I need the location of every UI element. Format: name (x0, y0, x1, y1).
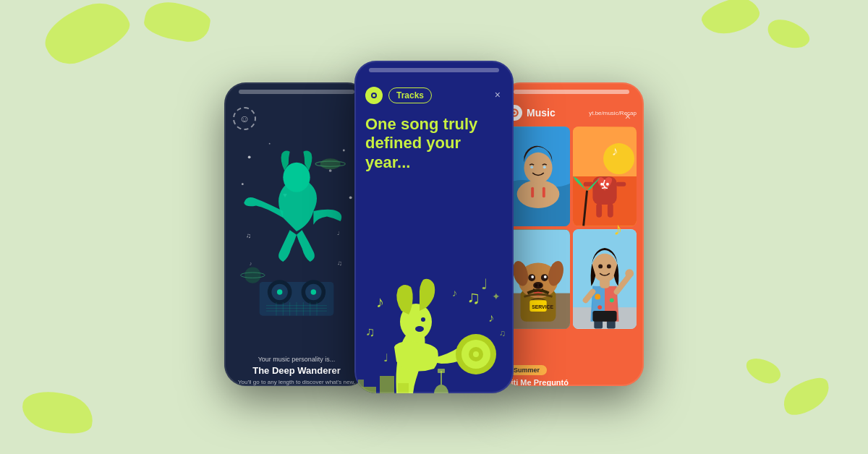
personality-subtitle: Your music personality is... (233, 356, 360, 363)
svg-point-57 (434, 385, 448, 393)
svg-text:♩: ♩ (337, 230, 339, 236)
svg-rect-45 (380, 376, 394, 393)
tracks-illustration: ♪ ♫ ♫ ♪ ♩ ♪ ♩ ♫ ✦ (354, 177, 514, 393)
svg-text:♪: ♪ (452, 287, 457, 299)
phone-left: ☺ ♥ (224, 82, 369, 386)
svg-point-95 (539, 284, 542, 287)
bg-splat-2 (142, 0, 212, 45)
svg-rect-75 (596, 203, 602, 218)
photo-cell-3: SERVICE (506, 229, 570, 329)
phone-left-content: ☺ ♥ (224, 98, 369, 386)
svg-point-66 (524, 153, 552, 184)
svg-point-68 (543, 166, 546, 168)
svg-text:♩: ♩ (383, 351, 388, 364)
personality-text: Your music personality is... The Deep Wa… (233, 356, 360, 386)
svg-point-4 (349, 196, 352, 199)
status-bar-center (369, 68, 499, 72)
svg-rect-70 (542, 187, 545, 198)
svg-point-102 (595, 294, 600, 300)
svg-text:♫: ♫ (467, 287, 480, 307)
photo-3-illustration: SERVICE (506, 229, 570, 329)
svg-point-31 (244, 267, 260, 283)
music-label: Music (527, 107, 556, 119)
svg-point-16 (311, 289, 316, 294)
close-button[interactable]: × (495, 89, 501, 100)
music-note-decoration: ♪ (613, 217, 635, 239)
svg-text:♪: ♪ (488, 312, 494, 324)
photo-cell-2: ♪ (573, 127, 637, 226)
svg-text:♩: ♩ (481, 276, 488, 292)
track-title: Titi Me Preguntó (506, 378, 637, 386)
dj-illustration: ♥ (224, 130, 369, 333)
svg-rect-59 (438, 369, 445, 373)
photo-4-illustration (573, 229, 637, 329)
svg-point-92 (544, 275, 547, 278)
svg-point-1 (343, 150, 345, 152)
svg-point-112 (625, 269, 634, 278)
svg-text:♫: ♫ (499, 328, 506, 338)
phones-container: ☺ ♥ (224, 61, 644, 393)
svg-point-9 (283, 163, 310, 192)
photo-cell-4 (573, 229, 637, 329)
phone-center: × Tracks One song truly defined your yea… (354, 61, 514, 393)
svg-text:♫: ♫ (246, 232, 251, 239)
photo-1-illustration (506, 127, 570, 226)
svg-point-110 (607, 264, 611, 268)
bg-splat-5 (18, 384, 98, 441)
svg-point-80 (606, 183, 609, 186)
svg-point-104 (597, 305, 602, 309)
center-header: Tracks (365, 87, 503, 104)
phone-right-content: × Music yt.be/music/Recap (499, 98, 644, 386)
svg-rect-47 (358, 380, 364, 387)
status-bar-left (239, 90, 354, 94)
personality-title: The Deep Wanderer (233, 365, 360, 376)
svg-point-91 (531, 275, 534, 278)
svg-text:♪: ♪ (376, 293, 384, 311)
photo-cell-1 (506, 127, 570, 226)
svg-point-67 (530, 166, 533, 168)
svg-point-3 (242, 183, 244, 185)
svg-rect-78 (616, 182, 626, 187)
bg-splat-1 (38, 0, 137, 71)
svg-point-6 (320, 158, 341, 169)
svg-rect-46 (398, 383, 409, 393)
svg-point-0 (248, 155, 251, 158)
right-header: Music yt.be/music/Recap (506, 105, 637, 121)
right-header-left: Music (506, 105, 556, 121)
svg-text:♫: ♫ (365, 325, 375, 339)
tracks-badge: Tracks (388, 87, 432, 103)
svg-point-109 (598, 264, 603, 268)
track-info: Summer Titi Me Preguntó Bad Bunny (506, 362, 637, 386)
phone-center-content: × Tracks One song truly defined your yea… (354, 76, 514, 393)
svg-point-94 (535, 284, 537, 287)
svg-text:♪: ♪ (250, 260, 252, 267)
bg-splat-3 (699, 0, 763, 40)
svg-rect-44 (358, 387, 376, 393)
svg-point-2 (329, 169, 332, 172)
bg-splat-4 (763, 14, 813, 55)
svg-text:♫: ♫ (337, 260, 342, 267)
svg-rect-69 (531, 187, 534, 198)
svg-text:SERVICE: SERVICE (532, 304, 553, 309)
personality-description: You'll go to any length to discover what… (233, 379, 360, 386)
svg-text:✦: ✦ (492, 291, 501, 302)
ytmusic-icon-center (365, 87, 383, 104)
profile-icon: ☺ (233, 107, 256, 130)
bg-splat-6 (778, 371, 836, 421)
svg-point-5 (269, 143, 271, 145)
close-button-right[interactable]: × (625, 111, 631, 122)
svg-point-13 (277, 289, 282, 294)
play-icon (368, 90, 380, 101)
phone-right: × Music yt.be/music/Recap (499, 82, 644, 386)
svg-point-42 (415, 326, 424, 332)
svg-point-43 (421, 317, 425, 322)
svg-point-35 (373, 94, 375, 97)
svg-text:♪: ♪ (613, 219, 622, 239)
svg-point-79 (600, 183, 603, 186)
svg-point-73 (603, 143, 634, 174)
photo-2-illustration: ♪ (573, 127, 637, 226)
svg-rect-114 (592, 311, 616, 322)
status-bar-right (514, 90, 629, 94)
svg-text:♪: ♪ (612, 144, 618, 158)
svg-rect-76 (608, 203, 613, 218)
